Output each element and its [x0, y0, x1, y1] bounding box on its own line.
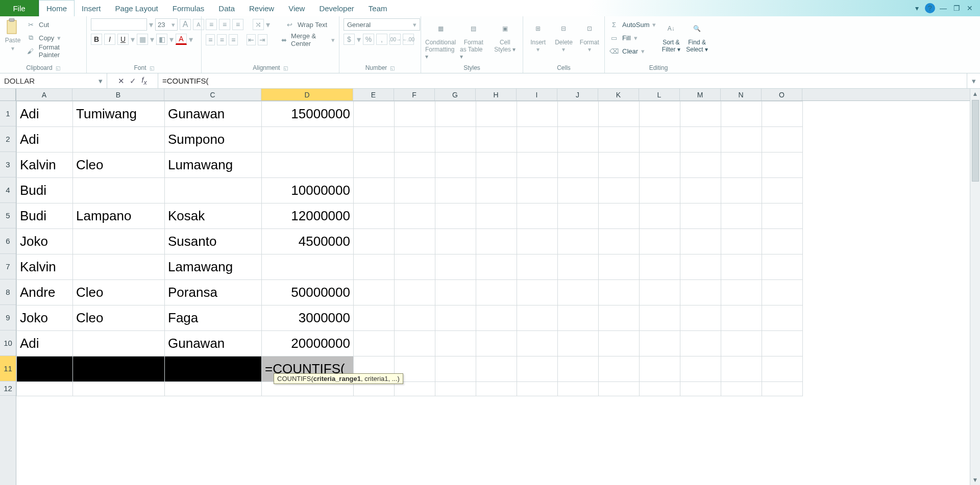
row-header-3[interactable]: 3	[0, 152, 16, 177]
cell-F1[interactable]	[395, 101, 435, 127]
cell-G6[interactable]	[435, 229, 476, 254]
percent-format-button[interactable]: %	[363, 34, 374, 45]
cell-O5[interactable]	[762, 203, 803, 229]
cell-A12[interactable]	[17, 382, 73, 396]
cell-B3[interactable]: Cleo	[73, 152, 165, 178]
cell-M12[interactable]	[680, 382, 721, 396]
cell-H5[interactable]	[476, 203, 517, 229]
cell-C3[interactable]: Lumawang	[165, 152, 262, 178]
cell-E8[interactable]	[354, 280, 395, 305]
cell-D7[interactable]	[262, 254, 354, 280]
align-top-button[interactable]: ≡	[206, 19, 217, 30]
cell-J10[interactable]	[558, 331, 599, 356]
cell-F2[interactable]	[395, 127, 435, 152]
cell-N1[interactable]	[721, 101, 762, 127]
restore-icon[interactable]: ❐	[951, 3, 962, 13]
cell-J4[interactable]	[558, 178, 599, 203]
cell-O2[interactable]	[762, 127, 803, 152]
cell-M2[interactable]	[680, 127, 721, 152]
cell-F5[interactable]	[395, 203, 435, 229]
cell-O7[interactable]	[762, 254, 803, 280]
find-select-button[interactable]: 🔍Find &Select ▾	[686, 18, 708, 53]
cell-L1[interactable]	[640, 101, 680, 127]
scroll-thumb[interactable]	[972, 100, 979, 182]
cell-I6[interactable]	[517, 229, 558, 254]
cell-D5[interactable]: 12000000	[262, 203, 354, 229]
cell-K9[interactable]	[599, 305, 640, 331]
cell-N12[interactable]	[721, 382, 762, 396]
cell-A3[interactable]: Kalvin	[17, 152, 73, 178]
paste-button[interactable]: Paste ▾	[4, 18, 21, 52]
cell-C10[interactable]: Gunawan	[165, 331, 262, 356]
cell-D6[interactable]: 4500000	[262, 229, 354, 254]
select-all-corner[interactable]	[0, 89, 16, 101]
enter-formula-button[interactable]: ✓	[130, 76, 136, 86]
cell-D9[interactable]: 3000000	[262, 305, 354, 331]
align-left-button[interactable]: ≡	[206, 34, 215, 45]
cell-I11[interactable]	[517, 356, 558, 382]
cell-O8[interactable]	[762, 280, 803, 305]
cell-M11[interactable]	[680, 356, 721, 382]
cell-E7[interactable]	[354, 254, 395, 280]
clear-button[interactable]: ⌫Clear ▾	[609, 45, 656, 57]
cell-N9[interactable]	[721, 305, 762, 331]
cell-E2[interactable]	[354, 127, 395, 152]
cell-K11[interactable]	[599, 356, 640, 382]
cell-D2[interactable]	[262, 127, 354, 152]
cell-H2[interactable]	[476, 127, 517, 152]
cell-J11[interactable]	[558, 356, 599, 382]
increase-decimal-button[interactable]: .00→	[389, 34, 401, 45]
cell-C5[interactable]: Kosak	[165, 203, 262, 229]
cell-B9[interactable]: Cleo	[73, 305, 165, 331]
cell-M9[interactable]	[680, 305, 721, 331]
cell-L12[interactable]	[640, 382, 680, 396]
number-dialog-icon[interactable]: ◱	[390, 65, 395, 71]
tab-developer[interactable]: Developer	[312, 0, 361, 16]
grow-font-button[interactable]: A	[180, 19, 191, 30]
cell-I3[interactable]	[517, 152, 558, 178]
cell-K10[interactable]	[599, 331, 640, 356]
cell-H6[interactable]	[476, 229, 517, 254]
wrap-text-button[interactable]: ↩Wrap Text	[284, 18, 327, 31]
cell-N3[interactable]	[721, 152, 762, 178]
cell-E3[interactable]	[354, 152, 395, 178]
cell-K1[interactable]	[599, 101, 640, 127]
cell-C7[interactable]: Lamawang	[165, 254, 262, 280]
cell-C8[interactable]: Poransa	[165, 280, 262, 305]
ribbon-minimize-icon[interactable]: ▾	[912, 3, 922, 13]
close-icon[interactable]: ✕	[965, 3, 975, 13]
cell-L2[interactable]	[640, 127, 680, 152]
cell-B1[interactable]: Tumiwang	[73, 101, 165, 127]
clipboard-dialog-icon[interactable]: ◱	[56, 65, 60, 71]
cell-J7[interactable]	[558, 254, 599, 280]
cell-D10[interactable]: 20000000	[262, 331, 354, 356]
cell-H8[interactable]	[476, 280, 517, 305]
tab-view[interactable]: View	[281, 0, 312, 16]
sort-filter-button[interactable]: A↓Sort &Filter ▾	[660, 18, 682, 53]
accounting-format-button[interactable]: $	[344, 34, 355, 45]
cell-H7[interactable]	[476, 254, 517, 280]
cell-M7[interactable]	[680, 254, 721, 280]
font-color-button[interactable]: A	[176, 34, 187, 45]
cell-L6[interactable]	[640, 229, 680, 254]
delete-cells-button[interactable]: ⊟Delete▾	[553, 18, 574, 53]
column-header-G[interactable]: G	[435, 89, 476, 100]
cell-N10[interactable]	[721, 331, 762, 356]
cell-F4[interactable]	[395, 178, 435, 203]
cell-K8[interactable]	[599, 280, 640, 305]
row-header-6[interactable]: 6	[0, 228, 16, 254]
cell-H12[interactable]	[476, 382, 517, 396]
align-bottom-button[interactable]: ≡	[232, 19, 243, 30]
cell-F7[interactable]	[395, 254, 435, 280]
increase-indent-button[interactable]: ⇥	[258, 34, 267, 45]
cell-H9[interactable]	[476, 305, 517, 331]
column-header-H[interactable]: H	[476, 89, 517, 100]
cell-A10[interactable]: Adi	[17, 331, 73, 356]
scroll-up-button[interactable]: ▲	[970, 89, 980, 99]
cell-B7[interactable]	[73, 254, 165, 280]
cell-C2[interactable]: Sumpono	[165, 127, 262, 152]
cell-C12[interactable]	[165, 382, 262, 396]
cell-G8[interactable]	[435, 280, 476, 305]
cell-B2[interactable]	[73, 127, 165, 152]
cell-G7[interactable]	[435, 254, 476, 280]
